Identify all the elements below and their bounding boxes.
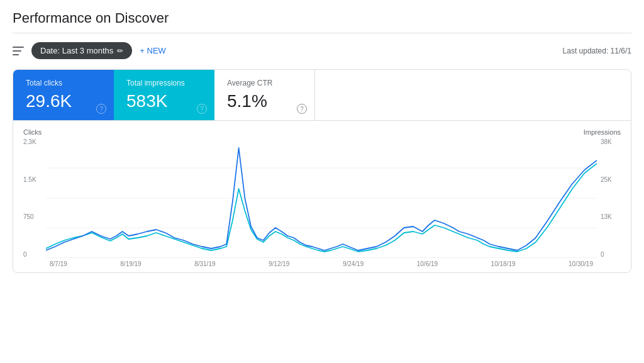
new-button[interactable]: + NEW [140,46,166,55]
clicks-help-icon[interactable]: ? [96,104,106,114]
x-tick-0: 8/7/19 [50,260,67,267]
x-tick-1: 8/19/19 [120,260,141,267]
metric-average-ctr: Average CTR 5.1% ? [214,70,315,120]
x-tick-4: 9/24/19 [343,260,364,267]
date-filter-label: Date: Last 3 months [40,46,113,55]
chart-right-axis-label: Impressions [584,128,621,136]
metric-ctr-label: Average CTR [227,79,302,87]
left-y-axis: 0 750 1.5K 2.3K [23,138,46,258]
impressions-help-icon[interactable]: ? [197,104,207,114]
metric-impressions-label: Total impressions [126,79,202,87]
svg-rect-2 [13,54,19,55]
metric-total-impressions: Total impressions 583K ? [114,70,214,120]
last-updated: Last updated: 11/6/1 [563,47,631,55]
x-tick-6: 10/18/19 [491,260,516,267]
page-container: Performance on Discover Date: Last 3 mon… [0,0,644,279]
chart-labels-row: Clicks Impressions [23,128,621,136]
chart-svg [46,138,597,258]
x-tick-2: 8/31/19 [194,260,215,267]
metric-ctr-value: 5.1% [227,91,302,111]
metric-empty [315,70,631,120]
x-tick-7: 10/30/19 [569,260,593,267]
right-tick-25k: 25K [601,176,621,183]
ctr-help-icon[interactable]: ? [297,104,307,114]
left-tick-1500: 1.5K [23,176,42,183]
x-tick-3: 9/12/19 [269,260,289,267]
date-filter-button[interactable]: Date: Last 3 months ✏ [31,42,132,59]
left-tick-2300: 2.3K [23,138,42,145]
pencil-icon: ✏ [117,47,123,55]
right-y-axis: 0 13K 25K 38K [597,138,621,258]
x-tick-5: 10/6/19 [417,260,438,267]
page-title: Performance on Discover [13,10,631,33]
chart-container: Clicks Impressions 0 750 1.5K 2.3K [13,121,631,272]
new-button-label: + NEW [140,46,166,55]
chart-svg-container [46,138,597,258]
metrics-card: Total clicks 29.6K ? Total impressions 5… [13,69,631,273]
chart-left-axis-label: Clicks [23,128,42,136]
metric-impressions-value: 583K [126,91,202,111]
right-tick-38k: 38K [601,138,621,145]
filter-icon[interactable] [13,47,24,55]
metric-total-clicks: Total clicks 29.6K ? [13,70,114,120]
toolbar-left: Date: Last 3 months ✏ + NEW [13,42,166,59]
left-tick-0: 0 [23,251,42,258]
x-axis-labels: 8/7/19 8/19/19 8/31/19 9/12/19 9/24/19 1… [23,258,621,267]
metric-clicks-value: 29.6K [26,91,101,111]
chart-body: 0 750 1.5K 2.3K [23,138,621,258]
toolbar: Date: Last 3 months ✏ + NEW Last updated… [13,42,631,59]
svg-rect-1 [13,50,21,52]
metrics-row: Total clicks 29.6K ? Total impressions 5… [13,70,631,121]
right-tick-13k: 13K [601,213,621,220]
right-tick-0: 0 [601,251,621,258]
metric-clicks-label: Total clicks [26,79,101,87]
left-tick-750: 750 [23,213,42,220]
svg-rect-0 [13,47,24,48]
